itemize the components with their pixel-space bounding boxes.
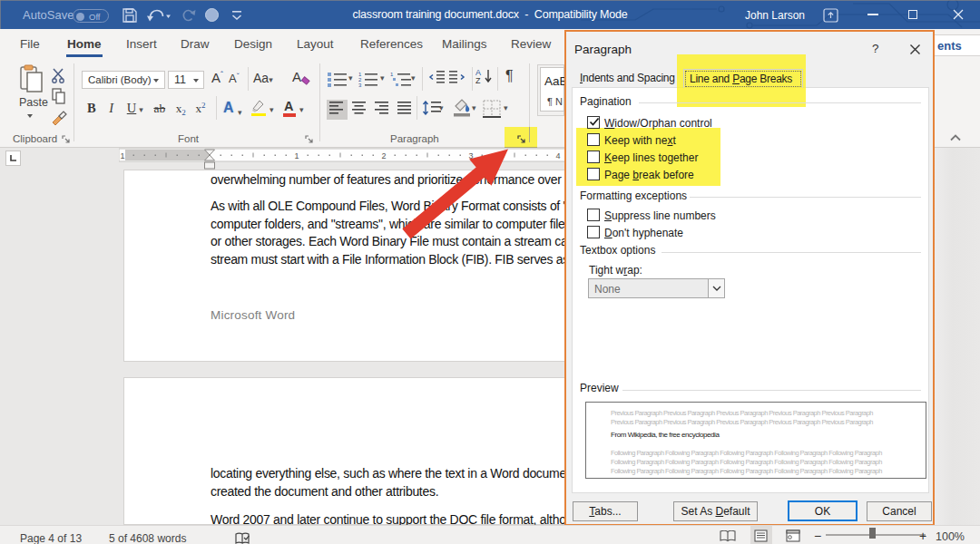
svg-text:4: 4: [555, 151, 560, 160]
svg-text:2: 2: [381, 151, 386, 160]
svg-text:3: 3: [358, 83, 362, 87]
svg-text:1: 1: [390, 72, 394, 77]
svg-text:1: 1: [294, 151, 299, 160]
svg-text:3: 3: [468, 151, 473, 160]
svg-text:Z: Z: [475, 76, 481, 84]
svg-text:1: 1: [120, 151, 124, 160]
